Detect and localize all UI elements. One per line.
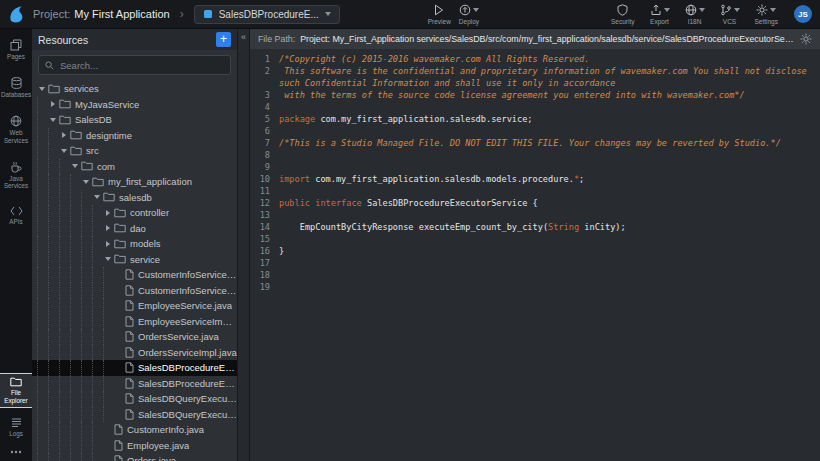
indent-guide bbox=[59, 236, 70, 252]
tree-file[interactable]: CustomerInfoService.java bbox=[32, 267, 237, 283]
tree-file[interactable]: SalesDBQueryExecutorServiceImpl.java bbox=[32, 407, 237, 423]
tree-folder[interactable]: MyJavaService bbox=[32, 97, 237, 113]
indent-guide bbox=[81, 267, 92, 283]
logs-icon bbox=[11, 417, 22, 428]
tree-file[interactable]: Orders.java bbox=[32, 453, 237, 461]
indent-guide bbox=[70, 298, 81, 314]
tree-folder[interactable]: salesdb bbox=[32, 190, 237, 206]
file-icon bbox=[125, 316, 134, 327]
tree-folder[interactable]: services bbox=[32, 81, 237, 97]
tree-item-label: SalesDBQueryExecutorServiceImpl.java bbox=[138, 409, 237, 420]
tree-file[interactable]: CustomerInfo.java bbox=[32, 422, 237, 438]
tree-file[interactable]: SalesDBProcedureExecutorService.java bbox=[32, 360, 237, 376]
rail-item-java-services[interactable]: Java Services bbox=[0, 158, 32, 192]
code-line: 1/*Copyright (c) 2015-2016 wavemaker.com… bbox=[250, 53, 820, 65]
indent-guide bbox=[81, 252, 92, 268]
search-input[interactable] bbox=[58, 59, 224, 72]
indent-guide bbox=[59, 298, 70, 314]
code-editor[interactable]: 1/*Copyright (c) 2015-2016 wavemaker.com… bbox=[250, 49, 820, 461]
file-icon bbox=[125, 378, 134, 389]
tree-file[interactable]: OrdersService.java bbox=[32, 329, 237, 345]
tree-file[interactable]: EmployeeServiceImpl.java bbox=[32, 314, 237, 330]
tree-folder[interactable]: models bbox=[32, 236, 237, 252]
user-avatar[interactable]: JS bbox=[794, 5, 812, 23]
project-name: My First Application bbox=[74, 8, 169, 20]
tree-file[interactable]: OrdersServiceImpl.java bbox=[32, 345, 237, 361]
indent-guide bbox=[48, 205, 59, 221]
indent-guide bbox=[81, 376, 92, 392]
java-icon bbox=[10, 161, 22, 173]
indent-guide bbox=[48, 453, 59, 461]
folder-icon bbox=[10, 377, 22, 387]
code-text bbox=[279, 101, 283, 113]
tree-folder[interactable]: SalesDB bbox=[32, 112, 237, 128]
rail-item-label: Logs bbox=[9, 430, 23, 437]
tree-folder[interactable]: controller bbox=[32, 205, 237, 221]
rail-item-file-explorer[interactable]: File Explorer bbox=[0, 374, 32, 406]
tree-folder[interactable]: service bbox=[32, 252, 237, 268]
rail-item-web-services[interactable]: Web Services bbox=[0, 112, 32, 146]
add-resource-button[interactable]: + bbox=[216, 32, 231, 47]
file-icon bbox=[114, 424, 123, 435]
line-number: 8 bbox=[250, 149, 279, 161]
indent-guide bbox=[37, 329, 48, 345]
indent-guide bbox=[48, 159, 59, 175]
tree-item-label: com bbox=[97, 161, 115, 172]
topbar-vcs-button[interactable]: VCS bbox=[720, 4, 740, 25]
file-icon bbox=[125, 409, 134, 420]
rail-item-pages[interactable]: Pages bbox=[0, 36, 32, 63]
tree-item-label: salesdb bbox=[119, 192, 152, 203]
indent-guide bbox=[70, 407, 81, 423]
deploy-button[interactable]: Deploy bbox=[459, 4, 479, 25]
caret-down-icon bbox=[70, 164, 80, 168]
indent-guide bbox=[59, 422, 70, 438]
tree-folder[interactable]: src bbox=[32, 143, 237, 159]
tree-folder[interactable]: my_first_application bbox=[32, 174, 237, 190]
rail-item-apis[interactable]: APIs bbox=[0, 203, 32, 228]
tree-item-label: CustomerInfo.java bbox=[127, 424, 204, 435]
indent-guide bbox=[37, 236, 48, 252]
indent-guide bbox=[70, 174, 81, 190]
preview-button[interactable]: Preview bbox=[428, 4, 451, 25]
tree-file[interactable]: SalesDBProcedureExecutorServiceImpl.java bbox=[32, 376, 237, 392]
tree-file[interactable]: SalesDBQueryExecutorService.java bbox=[32, 391, 237, 407]
tree-folder[interactable]: dao bbox=[32, 221, 237, 237]
indent-guide bbox=[70, 236, 81, 252]
tree-folder[interactable]: designtime bbox=[32, 128, 237, 144]
open-file-dropdown[interactable]: SalesDBProcedureE... bbox=[194, 5, 340, 24]
caret-right-icon bbox=[59, 132, 69, 138]
line-number: 9 bbox=[250, 161, 279, 173]
code-text: package com.my_first_application.salesdb… bbox=[279, 113, 537, 125]
indent-guide bbox=[92, 422, 103, 438]
more-icon bbox=[10, 450, 22, 454]
rail-item-logs[interactable]: Logs bbox=[0, 414, 32, 440]
tree-file[interactable]: CustomerInfoServiceImpl.java bbox=[32, 283, 237, 299]
file-icon bbox=[125, 393, 134, 404]
indent-guide bbox=[48, 314, 59, 330]
file-icon bbox=[125, 285, 134, 296]
code-line: 4 bbox=[250, 101, 820, 113]
indent-guide bbox=[59, 159, 70, 175]
caret-down-icon bbox=[48, 118, 58, 122]
topbar-export-button[interactable]: Export bbox=[650, 4, 670, 25]
rail-item-more[interactable] bbox=[0, 447, 32, 457]
tree-file[interactable]: Employee.java bbox=[32, 438, 237, 454]
collapse-panel-button[interactable]: « bbox=[241, 29, 246, 45]
indent-guide bbox=[48, 174, 59, 190]
topbar-security-button[interactable]: Security bbox=[611, 4, 634, 25]
tree-file[interactable]: EmployeeService.java bbox=[32, 298, 237, 314]
topbar-item-label: Export bbox=[650, 18, 669, 25]
indent-guide bbox=[59, 221, 70, 237]
code-line: 8 bbox=[250, 149, 820, 161]
topbar-item-label: I18N bbox=[688, 18, 702, 25]
indent-guide bbox=[59, 190, 70, 206]
indent-guide bbox=[37, 143, 48, 159]
topbar-i18n-button[interactable]: I18N bbox=[685, 4, 705, 25]
editor-settings-gear-icon[interactable] bbox=[800, 33, 812, 45]
search-box[interactable] bbox=[38, 55, 231, 75]
tree-folder[interactable]: com bbox=[32, 159, 237, 175]
rail-item-databases[interactable]: Databases bbox=[0, 74, 32, 101]
gear-icon bbox=[756, 4, 776, 16]
topbar-settings-button[interactable]: Settings bbox=[755, 4, 779, 25]
wavemaker-studio: Project: My First Application › SalesDBP… bbox=[0, 0, 820, 461]
